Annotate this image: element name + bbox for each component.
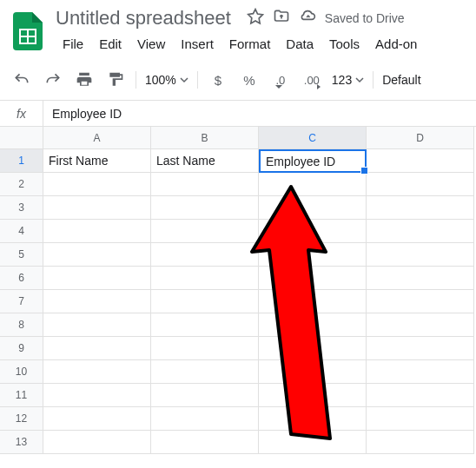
cell-A6[interactable]: [43, 267, 151, 290]
cell-A1[interactable]: First Name: [43, 149, 151, 173]
spreadsheet-grid: ABCD 1First NameLast NameEmployee ID2345…: [0, 127, 476, 454]
row-header-12[interactable]: 12: [0, 407, 43, 431]
decrease-decimal-button[interactable]: .0: [269, 69, 292, 91]
row-header-3[interactable]: 3: [0, 196, 43, 220]
row-header-13[interactable]: 13: [0, 431, 43, 454]
row-header-6[interactable]: 6: [0, 267, 43, 290]
currency-button[interactable]: $: [207, 69, 229, 91]
row-header-5[interactable]: 5: [0, 243, 43, 267]
cell-C2[interactable]: [259, 173, 367, 196]
cell-C4[interactable]: [259, 220, 367, 243]
cloud-icon[interactable]: [299, 8, 316, 29]
cell-C5[interactable]: [259, 243, 367, 267]
cell-A11[interactable]: [43, 384, 151, 407]
cell-B11[interactable]: [151, 384, 259, 407]
undo-icon[interactable]: [10, 69, 33, 91]
row-header-1[interactable]: 1: [0, 149, 43, 173]
row-3: 3: [0, 196, 476, 220]
print-icon[interactable]: [73, 69, 96, 91]
cell-D6[interactable]: [367, 267, 474, 290]
cell-A10[interactable]: [43, 360, 151, 384]
cell-D1[interactable]: [367, 149, 474, 173]
cell-A9[interactable]: [43, 337, 151, 360]
cell-A12[interactable]: [43, 407, 151, 431]
cell-A8[interactable]: [43, 313, 151, 337]
row-6: 6: [0, 267, 476, 290]
number-format-select[interactable]: 123: [332, 73, 364, 87]
percent-button[interactable]: %: [238, 69, 261, 91]
cell-C8[interactable]: [259, 313, 367, 337]
menu-tools[interactable]: Tools: [322, 33, 367, 55]
cell-C10[interactable]: [259, 360, 367, 384]
paint-format-icon[interactable]: [104, 69, 127, 91]
cell-B2[interactable]: [151, 173, 259, 196]
cell-D4[interactable]: [367, 220, 474, 243]
doc-info: Untitled spreadsheet Saved to Drive File: [56, 7, 466, 55]
row-header-9[interactable]: 9: [0, 337, 43, 360]
cell-B3[interactable]: [151, 196, 259, 220]
cell-B9[interactable]: [151, 337, 259, 360]
formula-input[interactable]: Employee ID: [43, 107, 476, 121]
cell-C1[interactable]: Employee ID: [259, 149, 367, 173]
cell-D5[interactable]: [367, 243, 474, 267]
column-header-C[interactable]: C: [259, 127, 367, 149]
menu-data[interactable]: Data: [279, 33, 321, 55]
cell-B13[interactable]: [151, 431, 259, 454]
menu-view[interactable]: View: [130, 33, 172, 55]
cell-C9[interactable]: [259, 337, 367, 360]
cell-C12[interactable]: [259, 407, 367, 431]
cell-A13[interactable]: [43, 431, 151, 454]
cell-B8[interactable]: [151, 313, 259, 337]
sheets-logo[interactable]: [10, 14, 45, 49]
row-header-8[interactable]: 8: [0, 313, 43, 337]
doc-title[interactable]: Untitled spreadsheet: [56, 7, 231, 30]
row-header-2[interactable]: 2: [0, 173, 43, 196]
cell-D7[interactable]: [367, 290, 474, 313]
star-icon[interactable]: [247, 8, 264, 29]
cell-A4[interactable]: [43, 220, 151, 243]
cell-D13[interactable]: [367, 431, 474, 454]
cell-B6[interactable]: [151, 267, 259, 290]
cell-B7[interactable]: [151, 290, 259, 313]
redo-icon[interactable]: [42, 69, 64, 91]
row-7: 7: [0, 290, 476, 313]
row-header-7[interactable]: 7: [0, 290, 43, 313]
cell-D10[interactable]: [367, 360, 474, 384]
cell-C11[interactable]: [259, 384, 367, 407]
cell-D8[interactable]: [367, 313, 474, 337]
column-header-B[interactable]: B: [151, 127, 259, 149]
cell-D11[interactable]: [367, 384, 474, 407]
cell-A7[interactable]: [43, 290, 151, 313]
cell-A5[interactable]: [43, 243, 151, 267]
cell-A3[interactable]: [43, 196, 151, 220]
row-header-4[interactable]: 4: [0, 220, 43, 243]
cell-B5[interactable]: [151, 243, 259, 267]
menu-addons[interactable]: Add-on: [368, 33, 424, 55]
cell-D2[interactable]: [367, 173, 474, 196]
menu-insert[interactable]: Insert: [174, 33, 221, 55]
column-header-A[interactable]: A: [43, 127, 151, 149]
cell-D12[interactable]: [367, 407, 474, 431]
cell-D9[interactable]: [367, 337, 474, 360]
cell-C3[interactable]: [259, 196, 367, 220]
move-icon[interactable]: [273, 8, 290, 29]
cell-B1[interactable]: Last Name: [151, 149, 259, 173]
menu-file[interactable]: File: [56, 33, 90, 55]
select-all-corner[interactable]: [0, 127, 43, 149]
cell-B12[interactable]: [151, 407, 259, 431]
increase-decimal-button[interactable]: .00: [301, 69, 323, 91]
row-header-10[interactable]: 10: [0, 360, 43, 384]
menu-edit[interactable]: Edit: [92, 33, 129, 55]
cell-C6[interactable]: [259, 267, 367, 290]
menu-format[interactable]: Format: [222, 33, 278, 55]
cell-D3[interactable]: [367, 196, 474, 220]
cell-A2[interactable]: [43, 173, 151, 196]
cell-B10[interactable]: [151, 360, 259, 384]
cell-C13[interactable]: [259, 431, 367, 454]
cell-C7[interactable]: [259, 290, 367, 313]
zoom-select[interactable]: 100%: [145, 73, 188, 87]
font-select[interactable]: Default: [382, 73, 420, 87]
cell-B4[interactable]: [151, 220, 259, 243]
column-header-D[interactable]: D: [367, 127, 474, 149]
row-header-11[interactable]: 11: [0, 384, 43, 407]
